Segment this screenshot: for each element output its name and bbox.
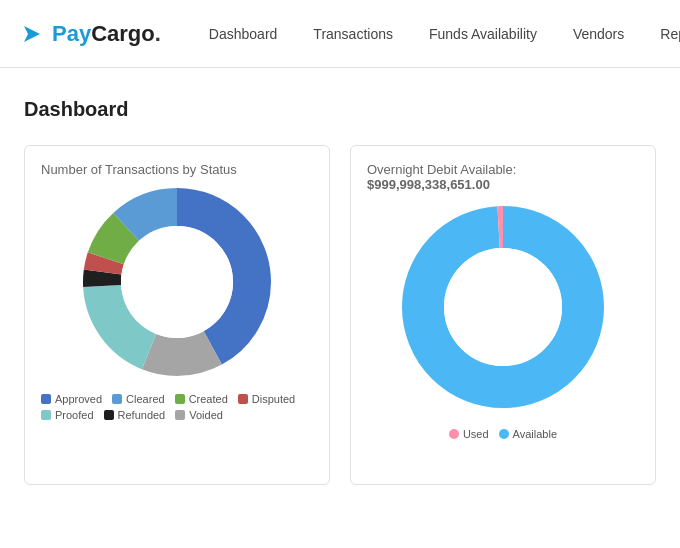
overnight-donut-container (367, 202, 639, 412)
legend-dot-available (499, 429, 509, 439)
overnight-title-label: Overnight Debit Available: (367, 162, 516, 177)
logo-text: PayCargo. (52, 21, 161, 47)
legend-label-disputed: Disputed (252, 393, 295, 405)
legend-dot-voided (175, 410, 185, 420)
main-nav: Dashboard Transactions Funds Availabilit… (191, 0, 680, 68)
nav-transactions[interactable]: Transactions (295, 0, 411, 68)
legend-dot-used (449, 429, 459, 439)
page-title: Dashboard (24, 98, 656, 121)
overnight-donut-svg (398, 202, 608, 412)
legend-item-disputed: Disputed (238, 393, 295, 405)
transactions-legend: Approved Cleared Created Disputed Proofe… (41, 393, 313, 421)
svg-point-8 (121, 226, 233, 338)
nav-vendors[interactable]: Vendors (555, 0, 642, 68)
legend-dot-refunded (104, 410, 114, 420)
nav-reports[interactable]: Reports (642, 0, 680, 68)
legend-item-used: Used (449, 428, 489, 440)
legend-dot-disputed (238, 394, 248, 404)
legend-label-proofed: Proofed (55, 409, 94, 421)
main-content: Dashboard Number of Transactions by Stat… (0, 68, 680, 505)
overnight-amount: $999,998,338,651.00 (367, 177, 490, 192)
svg-marker-0 (24, 26, 40, 42)
legend-label-approved: Approved (55, 393, 102, 405)
legend-dot-approved (41, 394, 51, 404)
legend-item-approved: Approved (41, 393, 102, 405)
transactions-chart-card: Number of Transactions by Status (24, 145, 330, 485)
legend-dot-cleared (112, 394, 122, 404)
header: PayCargo. Dashboard Transactions Funds A… (0, 0, 680, 68)
legend-label-used: Used (463, 428, 489, 440)
legend-label-available: Available (513, 428, 557, 440)
transactions-donut-svg (82, 187, 272, 377)
overnight-chart-card: Overnight Debit Available: $999,998,338,… (350, 145, 656, 485)
legend-label-voided: Voided (189, 409, 223, 421)
transactions-chart-title: Number of Transactions by Status (41, 162, 313, 177)
overnight-legend: Used Available (367, 428, 639, 440)
legend-item-proofed: Proofed (41, 409, 94, 421)
logo-icon (20, 20, 48, 48)
nav-dashboard[interactable]: Dashboard (191, 0, 296, 68)
legend-label-created: Created (189, 393, 228, 405)
logo-cargo: Cargo (91, 21, 155, 46)
legend-label-cleared: Cleared (126, 393, 165, 405)
legend-item-voided: Voided (175, 409, 223, 421)
logo-pay: Pay (52, 21, 91, 46)
transactions-donut-container (41, 187, 313, 377)
legend-item-cleared: Cleared (112, 393, 165, 405)
legend-dot-created (175, 394, 185, 404)
legend-item-refunded: Refunded (104, 409, 166, 421)
legend-dot-proofed (41, 410, 51, 420)
legend-label-refunded: Refunded (118, 409, 166, 421)
legend-item-created: Created (175, 393, 228, 405)
charts-row: Number of Transactions by Status (24, 145, 656, 485)
logo[interactable]: PayCargo. (20, 20, 161, 48)
overnight-chart-title: Overnight Debit Available: $999,998,338,… (367, 162, 639, 192)
svg-point-11 (444, 248, 562, 366)
nav-funds-availability[interactable]: Funds Availability (411, 0, 555, 68)
legend-item-available: Available (499, 428, 557, 440)
